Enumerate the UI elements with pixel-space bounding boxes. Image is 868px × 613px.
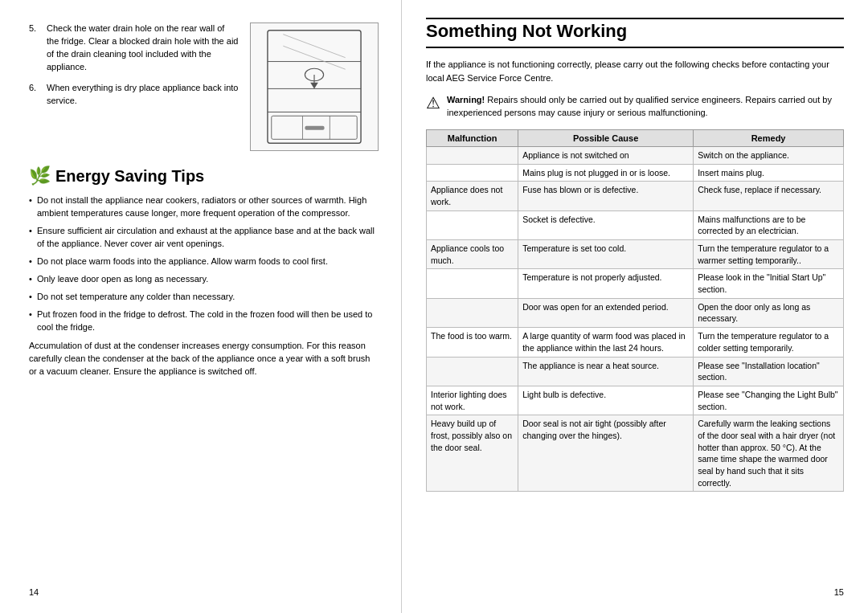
table-row: Socket is defective.Mains malfunctions a… bbox=[427, 210, 844, 239]
cell-malfunction bbox=[427, 164, 518, 182]
energy-paragraph: Accumulation of dust at the condenser in… bbox=[29, 340, 379, 378]
table-row: Appliance cools too much.Temperature is … bbox=[427, 240, 844, 269]
leaf-icon: 🌿 bbox=[29, 166, 51, 186]
cell-malfunction: Appliance does not work. bbox=[427, 182, 518, 210]
bullet-4: Only leave door open as long as necessar… bbox=[29, 273, 379, 286]
cell-remedy: Please see "Changing the Light Bulb" sec… bbox=[694, 386, 844, 415]
cell-cause: Fuse has blown or is defective. bbox=[518, 182, 694, 210]
cell-malfunction: Interior lighting does not work. bbox=[427, 386, 518, 415]
warning-box: ⚠ Warning! Repairs should only be carrie… bbox=[426, 94, 844, 120]
cell-remedy: Check fuse, replace if necessary. bbox=[694, 182, 844, 210]
svg-rect-12 bbox=[305, 126, 324, 130]
step-text-6: When everything is dry place appliance b… bbox=[47, 82, 239, 108]
table-row: Mains plug is not plugged in or is loose… bbox=[427, 164, 844, 182]
malfunction-table: Malfunction Possible Cause Remedy Applia… bbox=[426, 129, 844, 492]
cell-remedy: Open the door only as long as necessary. bbox=[694, 298, 844, 327]
cell-remedy: Insert mains plug. bbox=[694, 164, 844, 182]
warning-label: Warning! bbox=[447, 95, 485, 104]
header-cause: Possible Cause bbox=[518, 129, 694, 146]
top-divider bbox=[426, 18, 844, 19]
table-row: Appliance is not switched onSwitch on th… bbox=[427, 146, 844, 164]
fridge-illustration bbox=[250, 22, 379, 151]
cell-cause: Door was open for an extended period. bbox=[518, 298, 694, 327]
page-num-right: 15 bbox=[426, 579, 844, 597]
intro-text: If the appliance is not functioning corr… bbox=[426, 58, 844, 84]
table-row: Door was open for an extended period.Ope… bbox=[427, 298, 844, 327]
bullet-3: Do not place warm foods into the applian… bbox=[29, 255, 379, 268]
svg-marker-8 bbox=[310, 83, 318, 89]
section-title: Something Not Working bbox=[426, 21, 844, 48]
cell-cause: Temperature is not properly adjusted. bbox=[518, 269, 694, 298]
cell-malfunction bbox=[427, 357, 518, 386]
right-page: Something Not Working If the appliance i… bbox=[402, 0, 868, 613]
cell-remedy: Mains malfunctions are to be corrected b… bbox=[694, 210, 844, 239]
step-num-6: 6. bbox=[29, 82, 47, 108]
cell-cause: A large quantity of warm food was placed… bbox=[518, 328, 694, 357]
warning-text-block: Warning! Repairs should only be carried … bbox=[447, 94, 844, 120]
cell-cause: Socket is defective. bbox=[518, 210, 694, 239]
warning-body: Repairs should only be carried out by qu… bbox=[447, 95, 832, 117]
table-row: The food is too warm.A large quantity of… bbox=[427, 328, 844, 357]
left-page: 5. Check the water drain hole on the rea… bbox=[0, 0, 402, 613]
cell-cause: The appliance is near a heat source. bbox=[518, 357, 694, 386]
table-row: The appliance is near a heat source.Plea… bbox=[427, 357, 844, 386]
bullet-2: Ensure sufficient air circulation and ex… bbox=[29, 225, 379, 251]
cell-remedy: Switch on the appliance. bbox=[694, 146, 844, 164]
cell-cause: Appliance is not switched on bbox=[518, 146, 694, 164]
cell-cause: Door seal is not air tight (possibly aft… bbox=[518, 415, 694, 492]
cell-remedy: Please see "Installation location" secti… bbox=[694, 357, 844, 386]
cell-malfunction: Heavy build up of frost, possibly also o… bbox=[427, 415, 518, 492]
step-item-5: 5. Check the water drain hole on the rea… bbox=[29, 22, 239, 74]
header-malfunction: Malfunction bbox=[427, 129, 518, 146]
cell-malfunction: The food is too warm. bbox=[427, 328, 518, 357]
cell-malfunction bbox=[427, 146, 518, 164]
svg-line-5 bbox=[283, 46, 345, 69]
bullet-6: Put frozen food in the fridge to defrost… bbox=[29, 309, 379, 334]
svg-line-4 bbox=[283, 35, 345, 58]
warning-icon: ⚠ bbox=[426, 95, 440, 111]
step-num-5: 5. bbox=[29, 22, 47, 74]
cell-remedy: Turn the temperature regulator to a warm… bbox=[694, 240, 844, 269]
cell-cause: Light bulb is defective. bbox=[518, 386, 694, 415]
cell-malfunction: Appliance cools too much. bbox=[427, 240, 518, 269]
cell-malfunction bbox=[427, 269, 518, 298]
energy-bullets: Do not install the appliance near cooker… bbox=[29, 194, 379, 333]
bullet-1: Do not install the appliance near cooker… bbox=[29, 194, 379, 220]
step-item-6: 6. When everything is dry place applianc… bbox=[29, 82, 239, 108]
cell-cause: Mains plug is not plugged in or is loose… bbox=[518, 164, 694, 182]
cell-malfunction bbox=[427, 298, 518, 327]
energy-section: 🌿 Energy Saving Tips Do not install the … bbox=[29, 166, 379, 378]
cell-cause: Temperature is set too cold. bbox=[518, 240, 694, 269]
bullet-5: Do not set temperature any colder than n… bbox=[29, 291, 379, 304]
step-text-5: Check the water drain hole on the rear w… bbox=[47, 22, 239, 74]
table-header-row: Malfunction Possible Cause Remedy bbox=[427, 129, 844, 146]
table-row: Interior lighting does not work.Light bu… bbox=[427, 386, 844, 415]
energy-title: 🌿 Energy Saving Tips bbox=[29, 166, 379, 186]
cell-remedy: Carefully warm the leaking sections of t… bbox=[694, 415, 844, 492]
table-row: Temperature is not properly adjusted.Ple… bbox=[427, 269, 844, 298]
cell-remedy: Please look in the "Initial Start Up" se… bbox=[694, 269, 844, 298]
header-remedy: Remedy bbox=[694, 129, 844, 146]
page-num-left: 14 bbox=[29, 579, 379, 597]
table-row: Appliance does not work.Fuse has blown o… bbox=[427, 182, 844, 210]
table-row: Heavy build up of frost, possibly also o… bbox=[427, 415, 844, 492]
cell-malfunction bbox=[427, 210, 518, 239]
cell-remedy: Turn the temperature regulator to a cold… bbox=[694, 328, 844, 357]
